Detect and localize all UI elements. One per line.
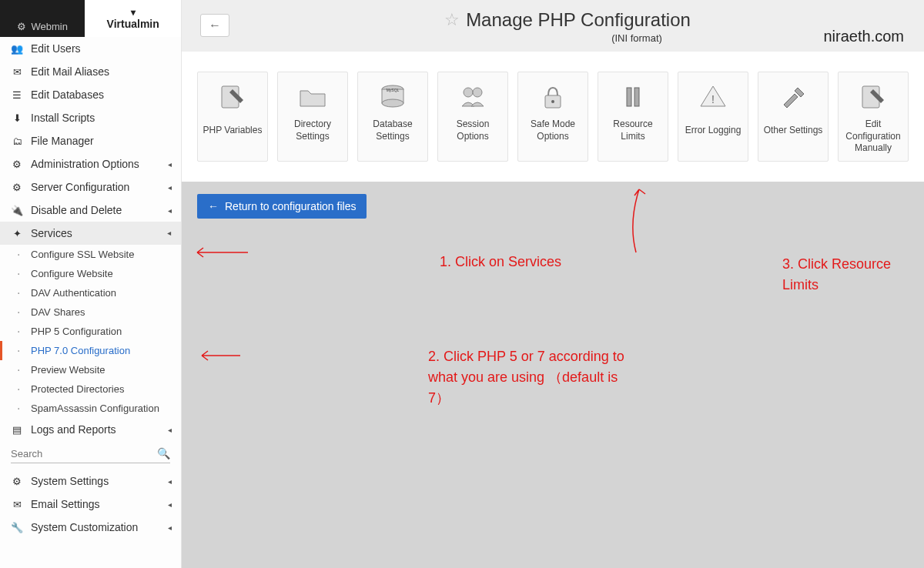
menu-label: File Manager (31, 135, 94, 147)
menu-label: Edit Databases (31, 89, 104, 101)
sidebar-item-system-customization[interactable]: 🔧 System Customization ◂ (0, 516, 181, 539)
lock-icon (536, 82, 570, 112)
webmin-icon: ⚙ (17, 21, 26, 32)
sidebar-item-logs-reports[interactable]: ▤ Logs and Reports ◂ (0, 418, 181, 441)
warning-icon: ! (696, 82, 730, 112)
sub-label: DAV Authentication (31, 287, 116, 299)
tile-other-settings[interactable]: Other Settings (758, 72, 829, 162)
install-icon: ⬇ (11, 112, 23, 124)
sidebar-menu: 👥 Edit Users ✉ Edit Mail Aliases ☰ Edit … (0, 37, 181, 568)
caret-left-icon: ◂ (168, 523, 172, 532)
tile-label: Edit Configuration Manually (842, 119, 905, 155)
tile-label: PHP Variables (203, 119, 263, 143)
sidebar-item-disable-delete[interactable]: 🔌 Disable and Delete ◂ (0, 199, 181, 222)
tile-database-settings[interactable]: MySQL Database Settings (357, 72, 428, 162)
sidebar-item-edit-users[interactable]: 👥 Edit Users (0, 37, 181, 60)
sub-label: DAV Shares (31, 306, 85, 318)
mail-icon: ✉ (11, 66, 23, 78)
menu-label: Email Settings (31, 498, 99, 510)
sidebar-item-system-settings[interactable]: ⚙ System Settings ◂ (0, 469, 181, 493)
wrench-icon: 🔧 (11, 522, 23, 533)
sliders-icon: ⚙ (11, 182, 23, 193)
tile-safe-mode-options[interactable]: Safe Mode Options (517, 72, 588, 162)
people-icon (456, 82, 490, 112)
main-content: ← ☆ Manage PHP Configuration (INI format… (182, 0, 924, 568)
arrow-left-icon: ← (208, 200, 219, 212)
svg-rect-9 (627, 88, 631, 106)
sub-label: Configure SSL Website (31, 249, 134, 260)
sidebar-item-edit-mail-aliases[interactable]: ✉ Edit Mail Aliases (0, 60, 181, 83)
sidebar-item-file-manager[interactable]: 🗂 File Manager (0, 129, 181, 152)
sidebar-item-server-config[interactable]: ⚙ Server Configuration ◂ (0, 175, 181, 199)
caret-left-icon: ◂ (168, 477, 172, 486)
tile-label: Session Options (441, 119, 504, 143)
tile-edit-config-manually[interactable]: Edit Configuration Manually (838, 72, 909, 162)
sub-item-dav-auth[interactable]: ·DAV Authentication (17, 283, 181, 302)
plug-icon: 🔌 (11, 205, 23, 216)
annotation-1: 1. Click on Services (440, 254, 561, 270)
chevron-down-icon: ▾ (131, 7, 136, 18)
sub-item-spamassassin[interactable]: ·SpamAssassin Configuration (17, 399, 181, 418)
sidebar-item-services[interactable]: ✦ Services ▾ (0, 222, 181, 245)
tile-php-variables[interactable]: PHP Variables (197, 72, 268, 162)
tools-icon (776, 82, 810, 112)
menu-label: Server Configuration (31, 181, 129, 193)
tab-label: Virtualmin (107, 18, 159, 30)
bottom-menu: ⚙ System Settings ◂ ✉ Email Settings ◂ 🔧… (0, 469, 181, 539)
tile-error-logging[interactable]: ! Error Logging (678, 72, 748, 162)
arrow-annotation-2 (196, 348, 242, 363)
annotation-3: 3. Click Resource Limits (782, 254, 921, 296)
svg-point-6 (473, 88, 482, 97)
sub-label: Configure Website (31, 268, 113, 279)
tile-label: Resource Limits (601, 119, 665, 143)
sub-item-configure-website[interactable]: ·Configure Website (17, 264, 181, 283)
star-icon[interactable]: ☆ (444, 10, 460, 30)
tile-label: Other Settings (764, 119, 823, 143)
bullet-icon: · (17, 366, 25, 374)
tile-session-options[interactable]: Session Options (437, 72, 508, 162)
svg-point-3 (382, 99, 403, 107)
sub-item-dav-shares[interactable]: ·DAV Shares (17, 302, 181, 322)
menu-label: System Settings (31, 475, 109, 487)
sidebar-item-install-scripts[interactable]: ⬇ Install Scripts (0, 106, 181, 129)
bullet-icon: · (17, 328, 25, 336)
sidebar-item-edit-databases[interactable]: ☰ Edit Databases (0, 83, 181, 106)
sidebar-item-email-settings[interactable]: ✉ Email Settings ◂ (0, 493, 181, 516)
bullet-icon: · (17, 289, 25, 297)
search-row: 🔍 (11, 447, 170, 463)
sub-item-php7-config[interactable]: ·PHP 7.0 Configuration (17, 341, 181, 360)
sub-item-preview-website[interactable]: ·Preview Website (17, 360, 181, 379)
tile-directory-settings[interactable]: Directory Settings (277, 72, 348, 162)
sub-item-php5-config[interactable]: ·PHP 5 Configuration (17, 322, 181, 341)
edit-doc-icon (856, 82, 890, 112)
menu-label: Logs and Reports (31, 423, 116, 436)
sidebar-item-admin-options[interactable]: ⚙ Administration Options ◂ (0, 152, 181, 175)
return-button[interactable]: ← Return to configuration files (197, 194, 367, 219)
menu-label: Edit Mail Aliases (31, 65, 109, 78)
search-input[interactable] (11, 448, 157, 459)
search-icon[interactable]: 🔍 (157, 447, 170, 459)
sub-item-configure-ssl[interactable]: ·Configure SSL Website (17, 245, 181, 264)
arrow-annotation-3 (621, 185, 651, 254)
services-submenu: ·Configure SSL Website ·Configure Websit… (0, 245, 181, 418)
bullet-icon: · (17, 405, 25, 413)
svg-point-5 (464, 88, 473, 97)
svg-text:MySQL: MySQL (387, 88, 400, 92)
menu-label: System Customization (31, 521, 138, 533)
tab-webmin[interactable]: ⚙ Webmin (0, 0, 85, 37)
bullet-icon: · (17, 309, 25, 316)
menu-label: Edit Users (31, 42, 81, 55)
menu-label: Disable and Delete (31, 204, 122, 216)
sub-item-protected-dirs[interactable]: ·Protected Directories (17, 379, 181, 399)
sub-label: Preview Website (31, 364, 105, 376)
caret-left-icon: ◂ (168, 500, 172, 509)
caret-left-icon: ◂ (168, 183, 172, 192)
database-icon: MySQL (376, 82, 410, 112)
tile-resource-limits[interactable]: Resource Limits (598, 72, 668, 162)
back-button[interactable]: ← (200, 14, 229, 37)
folder-open-icon (296, 82, 330, 112)
tab-virtualmin[interactable]: ▾ Virtualmin (85, 0, 181, 37)
menu-label: Services (31, 227, 72, 239)
sub-label: Protected Directories (31, 383, 124, 395)
caret-left-icon: ◂ (168, 206, 172, 215)
